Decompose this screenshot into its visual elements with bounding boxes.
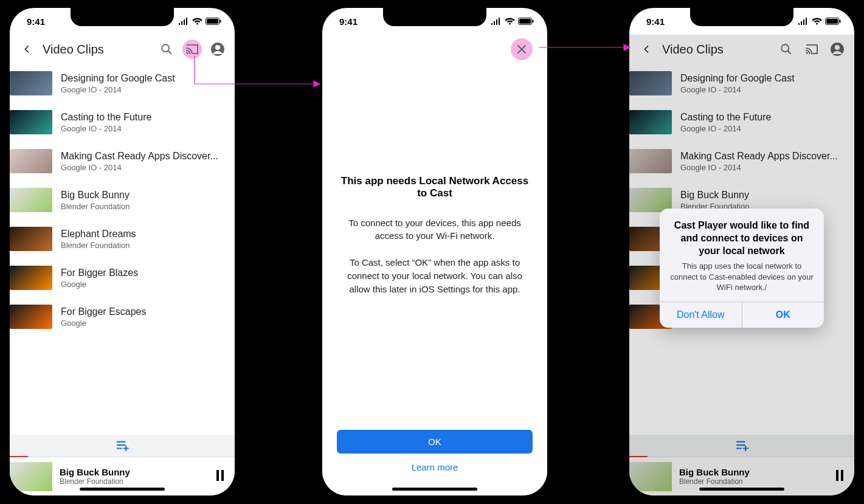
svg-rect-1 [207, 19, 218, 24]
status-time: 9:41 [27, 16, 45, 27]
mini-player-title: Big Buck Bunny [60, 467, 208, 477]
learn-more-link[interactable]: Learn more [337, 454, 533, 481]
video-thumbnail [10, 305, 52, 329]
video-subtitle: Google IO - 2014 [680, 85, 846, 94]
status-time: 9:41 [339, 16, 358, 27]
video-thumbnail [629, 149, 672, 173]
video-thumbnail [629, 110, 672, 134]
close-button[interactable] [511, 38, 533, 60]
video-title: Casting to the Future [61, 112, 226, 123]
video-title: Making Cast Ready Apps Discover... [61, 151, 226, 162]
svg-rect-11 [533, 20, 534, 23]
battery-icon [206, 18, 221, 25]
status-icons [178, 18, 221, 25]
battery-icon [518, 18, 534, 25]
mini-player-thumbnail [10, 462, 52, 491]
mini-player-subtitle: Blender Foundation [60, 477, 208, 486]
alert-message: This app uses the local network to conne… [669, 261, 814, 293]
video-title: Big Buck Bunny [61, 190, 226, 201]
svg-line-16 [788, 51, 791, 54]
playlist-add-icon [116, 440, 129, 451]
info-heading: This app needs Local Network Access to C… [337, 175, 533, 199]
pause-icon [835, 470, 845, 481]
alert-ok-button[interactable]: OK [742, 302, 824, 328]
list-item[interactable]: Making Cast Ready Apps Discover...Google… [10, 142, 235, 181]
list-item[interactable]: Designing for Google CastGoogle IO - 201… [629, 64, 854, 103]
app-bar: Video Clips [629, 35, 854, 64]
pause-icon [215, 470, 225, 481]
video-subtitle: Google [61, 280, 226, 289]
search-button[interactable] [776, 40, 796, 59]
svg-rect-2 [220, 20, 221, 23]
video-subtitle: Google IO - 2014 [680, 124, 846, 133]
list-item[interactable]: Big Buck BunnyBlender Foundation [10, 181, 235, 219]
video-title: For Bigger Escapes [61, 306, 226, 317]
cast-button[interactable] [802, 40, 821, 59]
svg-rect-8 [221, 470, 224, 481]
playlist-add-icon [735, 440, 748, 451]
video-thumbnail [10, 188, 52, 212]
dont-allow-button[interactable]: Don't Allow [660, 302, 742, 328]
page-title: Video Clips [43, 43, 151, 57]
video-subtitle: Google [61, 319, 226, 328]
queue-bar[interactable] [629, 435, 854, 457]
svg-rect-13 [826, 19, 838, 24]
queue-bar[interactable] [10, 435, 235, 457]
pause-button[interactable] [215, 470, 225, 483]
account-button[interactable] [828, 40, 847, 59]
svg-rect-7 [216, 470, 219, 481]
back-button[interactable] [637, 40, 656, 59]
list-item[interactable]: Elephant DreamsBlender Foundation [10, 219, 235, 258]
video-title: Making Cast Ready Apps Discover... [680, 151, 846, 162]
video-thumbnail [629, 71, 672, 95]
video-title: Designing for Google Cast [680, 73, 846, 84]
ok-button[interactable]: OK [337, 430, 533, 454]
wifi-icon [505, 18, 515, 25]
list-item[interactable]: Making Cast Ready Apps Discover...Google… [629, 142, 854, 181]
list-item[interactable]: For Bigger BlazesGoogle [10, 258, 235, 297]
video-subtitle: Blender Foundation [61, 241, 226, 250]
back-button[interactable] [17, 40, 36, 59]
list-item[interactable]: Casting to the FutureGoogle IO - 2014 [10, 103, 235, 142]
search-button[interactable] [157, 40, 176, 59]
cellular-icon [178, 18, 189, 25]
search-icon [779, 43, 793, 56]
cast-icon [805, 44, 818, 55]
video-subtitle: Google IO - 2014 [61, 124, 226, 133]
video-list: Designing for Google CastGoogle IO - 201… [10, 64, 235, 336]
video-subtitle: Blender Foundation [61, 202, 226, 211]
video-subtitle: Google IO - 2014 [680, 163, 846, 172]
mini-player-subtitle: Blender Foundation [679, 477, 828, 486]
info-paragraph: To Cast, select “OK” when the app asks t… [337, 256, 533, 295]
video-thumbnail [10, 110, 52, 134]
list-item[interactable]: For Bigger EscapesGoogle [10, 297, 235, 336]
svg-rect-20 [841, 470, 843, 481]
account-circle-icon [830, 42, 845, 57]
svg-rect-19 [836, 470, 838, 481]
status-icons [798, 18, 841, 25]
wifi-icon [812, 18, 822, 25]
flow-arrow [192, 44, 320, 92]
svg-rect-14 [840, 20, 841, 23]
cellular-icon [798, 18, 809, 25]
video-subtitle: Google IO - 2014 [61, 163, 226, 172]
status-time: 9:41 [646, 16, 665, 27]
pause-button[interactable] [835, 470, 845, 483]
search-icon [160, 43, 173, 56]
cellular-icon [491, 18, 502, 25]
svg-line-4 [168, 51, 171, 54]
mini-player-title: Big Buck Bunny [679, 467, 828, 477]
chevron-left-icon [640, 43, 652, 55]
video-title: Elephant Dreams [61, 229, 226, 240]
svg-rect-10 [519, 19, 531, 24]
list-item[interactable]: Casting to the FutureGoogle IO - 2014 [629, 103, 854, 142]
info-paragraph: To connect to your devices, this app nee… [337, 216, 533, 243]
battery-icon [825, 18, 841, 25]
video-thumbnail [10, 266, 52, 290]
video-thumbnail [10, 71, 52, 95]
svg-marker-21 [314, 81, 320, 87]
page-title: Video Clips [662, 43, 770, 57]
ios-permission-alert: Cast Player would like to find and conne… [660, 209, 824, 328]
alert-title: Cast Player would like to find and conne… [669, 219, 814, 257]
video-title: Casting to the Future [680, 112, 846, 123]
